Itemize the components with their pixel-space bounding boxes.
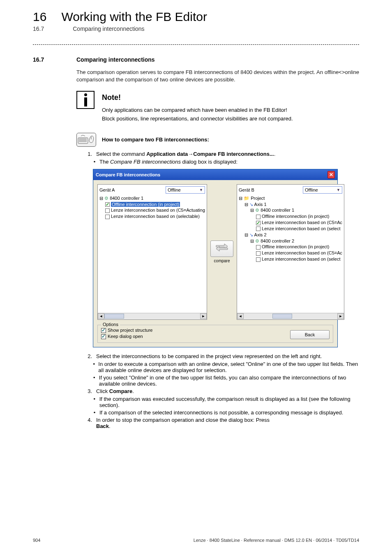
step-number: 4. [85,417,92,429]
tree-a[interactable]: ⊟ ⚙ 8400 controller 1 Offline interconne… [98,194,207,313]
chevron-down-icon: ▼ [199,188,203,192]
intro-paragraph: The comparison operation serves to compa… [76,69,359,83]
chapter-number: 16 [33,10,46,24]
checkbox-icon[interactable] [256,245,261,250]
step-2-body: Select the interconnections to be compar… [96,353,359,359]
checkbox-icon[interactable] [256,251,261,256]
note-line-1: Only applications can be compared which … [102,106,359,114]
options-group: Options Show project structure Keep dial… [97,325,333,343]
step-3-body: Click Compare. [96,388,359,394]
step-number: 1. [85,151,92,157]
section-ref-title: Comparing interconnections [73,25,144,32]
back-button[interactable]: Back [290,330,330,339]
bullet-icon: • [93,159,96,165]
dialog-titlebar: Compare FB interconnections ✕ [93,169,337,180]
scroll-left-icon[interactable]: ◄ [237,313,244,319]
checkbox-icon[interactable] [105,215,110,219]
checkbox-icon[interactable] [256,257,261,262]
bullet-icon: • [93,361,95,373]
horizontal-scrollbar[interactable]: ◄ ► [98,313,207,319]
bullet-icon: • [93,375,96,387]
section-ref-num: 16.7 [33,25,44,32]
howto-label: How to compare two FB interconnections: [102,136,209,143]
chevron-down-icon: ▼ [337,188,340,192]
compare-button[interactable] [210,240,233,257]
info-icon [76,91,95,109]
bullet-icon: • [93,396,96,408]
svg-rect-0 [78,138,88,143]
page-footer: 904 Lenze · 8400 StateLine · Reference m… [33,538,359,543]
bullet-icon: • [93,409,96,416]
checkbox-icon[interactable] [256,227,261,231]
step-1-body: Select the command Application data→Comp… [96,151,359,157]
checkbox-icon[interactable] [105,208,110,213]
section-number: 16.7 [33,56,57,63]
gerat-a-label: Gerät A [99,187,115,192]
step-2-bullet-2: If you select "Online" in one of the two… [99,375,359,387]
footer-meta: Lenze · 8400 StateLine · Reference manua… [194,538,359,543]
section-title: Comparing interconnections [76,56,155,63]
gerat-a-mode-select[interactable]: Offline▼ [166,186,205,194]
options-title: Options [101,322,120,327]
step-1-bullet: The Compare FB interconnections dialog b… [99,159,238,165]
step-2-bullet-1: In order to execute a comparison with an… [98,361,359,373]
compare-fb-dialog: Compare FB interconnections ✕ Gerät A Of… [93,169,338,347]
horizontal-scrollbar[interactable]: ◄ ► [237,313,344,319]
keep-dialog-open-checkbox[interactable]: Keep dialog open [101,334,152,339]
compare-button-label: compare [214,259,230,263]
panel-b: Gerät B Offline▼ ⊟ 📁 Project ⊟ ↘ Axis 1 … [237,184,344,320]
checkbox-icon[interactable] [256,221,261,225]
step-number: 2. [85,353,92,359]
step-4-body: In order to stop the comparison operatio… [96,417,359,429]
show-project-structure-checkbox[interactable]: Show project structure [101,328,152,333]
chapter-title: Working with the FB Editor [61,10,207,24]
divider [33,44,359,45]
scroll-right-icon[interactable]: ► [200,313,207,319]
tree-selected-item[interactable]: Offline interconnection (in project) [111,202,180,207]
page-number: 904 [33,538,40,543]
gerat-b-mode-select[interactable]: Offline▼ [303,186,342,194]
scroll-right-icon[interactable]: ► [337,313,344,319]
panel-a: Gerät A Offline▼ ⊟ ⚙ 8400 controller 1 O… [97,184,207,320]
checkbox-icon[interactable] [256,215,261,219]
gerat-b-label: Gerät B [239,187,254,192]
checkbox-icon[interactable] [105,202,110,207]
note-line-2: Block positions, line representations, a… [102,115,359,123]
note-block: Note! Only applications can be compared … [76,91,359,123]
scroll-left-icon[interactable]: ◄ [98,313,104,319]
step-3-bullet-1: If the comparison was executed successfu… [99,396,359,408]
page-header: 16 Working with the FB Editor 16.7 Compa… [33,0,359,32]
note-title: Note! [102,93,359,102]
mouse-procedure-icon [76,133,96,147]
close-icon[interactable]: ✕ [327,171,335,178]
step-number: 3. [85,388,92,394]
tree-b[interactable]: ⊟ 📁 Project ⊟ ↘ Axis 1 ⊟ ⚙ 8400 controll… [237,194,344,313]
step-3-bullet-2: If a comparison of the selected intercon… [99,409,343,416]
dialog-title: Compare FB interconnections [96,172,160,177]
